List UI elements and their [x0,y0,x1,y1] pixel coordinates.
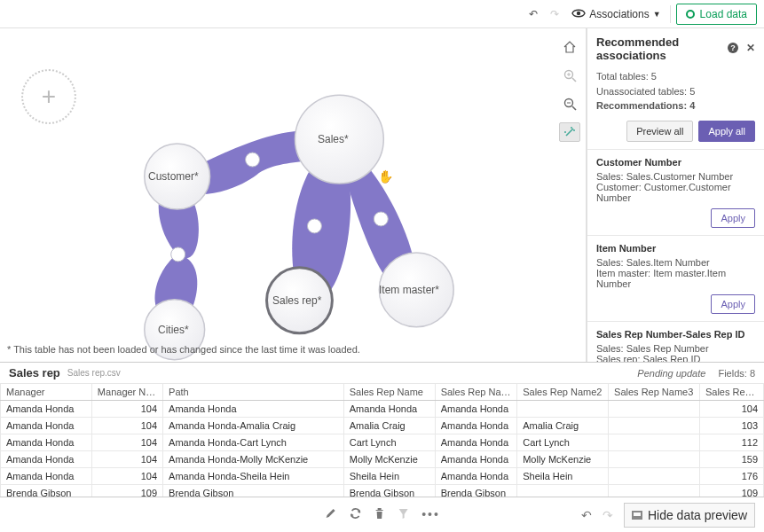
home-icon[interactable] [559,37,580,57]
apply-button[interactable]: Apply [711,208,755,228]
hide-preview-button[interactable]: Hide data preview [624,503,755,528]
table-header[interactable]: Sales Rep Name3 [609,384,700,401]
table-row[interactable]: Amanda Honda104Amanda HondaAmanda HondaA… [1,401,764,418]
table-row[interactable]: Brenda Gibson109Brenda GibsonBrenda Gibs… [1,485,764,497]
fields-value: 8 [750,368,755,379]
footer-undo-icon[interactable]: ↶ [581,508,592,522]
table-header[interactable]: Path [163,384,344,401]
table-cell [609,451,700,468]
unassoc-value: 5 [689,86,695,97]
table-cell: 104 [91,434,162,451]
recs-value: 4 [689,100,695,111]
magic-wand-icon[interactable] [559,122,580,142]
recommendation-card[interactable]: Customer Number Sales: Sales.Customer Nu… [587,150,764,236]
table-cell: Amanda Honda [1,434,92,451]
table-cell: Amanda Honda-Amalia Craig [163,418,344,434]
table-header[interactable]: Manager Nu... [91,384,162,401]
refresh-icon[interactable] [349,507,361,522]
table-header[interactable]: Sales Rep ID [699,384,763,401]
help-icon[interactable]: ? [727,42,739,57]
apply-all-button[interactable]: Apply all [698,121,755,142]
svg-line-15 [572,106,576,110]
eye-icon [571,7,586,21]
table-cell: 104 [91,418,162,434]
association-canvas-wrap: + [0,28,587,362]
table-cell [609,485,700,497]
table-cell: Amanda Honda-Cart Lynch [163,434,344,451]
unassoc-label: Unassociated tables: [596,86,687,97]
table-cell [517,401,609,418]
table-cell: Sheila Hein [343,468,435,485]
table-cell: 103 [699,418,763,434]
canvas-side-tools [554,28,586,362]
table-cell: Molly McKenzie [343,451,435,468]
table-cell: Brenda Gibson [343,485,435,497]
redo-icon[interactable]: ↷ [547,6,563,22]
filter-icon[interactable] [397,507,409,522]
associations-label: Associations [589,8,649,20]
svg-line-17 [566,129,573,136]
table-row[interactable]: Amanda Honda104Amanda Honda-Amalia Craig… [1,418,764,434]
more-icon[interactable]: ••• [421,507,440,522]
apply-button[interactable]: Apply [711,294,755,314]
node-itemmaster[interactable]: Item master* [379,284,439,296]
load-data-button[interactable]: Load data [676,4,757,25]
table-cell: 109 [91,485,162,497]
card-line: Sales rep: Sales Rep ID [596,354,755,363]
table-cell [609,434,700,451]
fields-label: Fields: [718,368,746,379]
table-cell: Amanda Honda [435,468,517,485]
node-salesrep[interactable]: Sales rep* [272,294,321,307]
node-sales[interactable]: Sales* [318,133,349,145]
preview-table: ManagerManager Nu...PathSales Rep NameSa… [0,383,764,497]
zoom-in-icon[interactable] [559,66,580,85]
footer-redo-icon[interactable]: ↷ [603,508,613,522]
edit-icon[interactable] [324,507,336,522]
zoom-out-icon[interactable] [559,94,580,113]
table-cell: Amalia Craig [343,418,435,434]
table-cell: Amanda Honda-Sheila Hein [163,468,344,485]
table-header[interactable]: Sales Rep Name2 [517,384,609,401]
table-cell: 104 [699,401,763,418]
total-tables-label: Total tables: [596,71,649,82]
recommendation-card[interactable]: Item Number Sales: Sales.Item Number Ite… [587,236,764,322]
node-cities[interactable]: Cities* [158,324,189,336]
table-row[interactable]: Amanda Honda104Amanda Honda-Molly McKenz… [1,451,764,468]
panel-title: Recommended associations [596,35,727,62]
recommendation-list[interactable]: Customer Number Sales: Sales.Customer Nu… [587,149,764,363]
svg-text:?: ? [730,43,736,52]
table-cell: Molly McKenzie [517,451,609,468]
table-cell [609,468,700,485]
table-row[interactable]: Amanda Honda104Amanda Honda-Cart LynchCa… [1,434,764,451]
svg-point-0 [577,11,580,14]
table-cell: Amanda Honda [1,451,92,468]
table-cell: Amanda Honda [1,401,92,418]
preview-panel-icon [632,511,642,520]
svg-point-1 [246,153,260,167]
recommendations-panel: Recommended associations ? ✕ Total table… [587,28,764,362]
card-line: Item master: Item master.Item Number [596,268,755,289]
table-header[interactable]: Sales Rep Name [343,384,435,401]
close-icon[interactable]: ✕ [746,42,755,57]
table-header[interactable]: Sales Rep Name1 [435,384,517,401]
table-row[interactable]: Amanda Honda104Amanda Honda-Sheila HeinS… [1,468,764,485]
recommendation-card[interactable]: Sales Rep Number-Sales Rep ID Sales: Sal… [587,322,764,363]
table-header[interactable]: Manager [1,384,92,401]
table-cell: 109 [699,485,763,497]
association-canvas[interactable]: + [0,28,554,362]
associations-dropdown[interactable]: Associations ▼ [568,7,664,21]
table-cell: Amanda Honda [1,468,92,485]
undo-icon[interactable]: ↶ [525,6,541,22]
delete-icon[interactable] [374,507,384,522]
node-customer[interactable]: Customer* [148,170,199,183]
table-cell [517,485,609,497]
svg-point-2 [171,247,185,262]
preview-all-button[interactable]: Preview all [626,121,693,142]
preview-table-name: Sales rep [9,366,60,379]
table-cell: Amanda Honda-Molly McKenzie [163,451,344,468]
table-cell: 159 [699,451,763,468]
table-cell [609,418,700,434]
table-cell: 104 [91,451,162,468]
table-cell: 104 [91,468,162,485]
canvas-notice: * This table has not been loaded or has … [7,344,360,355]
